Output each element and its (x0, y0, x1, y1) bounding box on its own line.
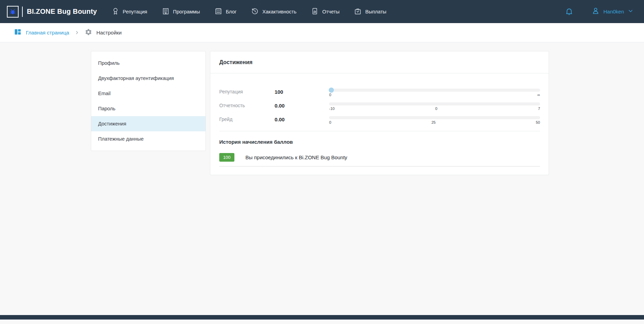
blog-icon (214, 7, 222, 16)
medal-icon (112, 7, 119, 16)
points-badge: 100 (219, 153, 234, 162)
history-title: История начисления баллов (219, 139, 540, 145)
stat-value: 0.00 (275, 103, 329, 109)
report-icon (311, 7, 319, 16)
footer-strip (0, 315, 644, 320)
main-menu: Репутация Программы (112, 7, 387, 16)
brand-logo[interactable]: BI.ZONE Bug Bounty (7, 6, 97, 18)
tick-min: -10 (329, 107, 335, 111)
bizone-logo-icon (7, 6, 19, 18)
slider-handle[interactable] (329, 88, 334, 93)
slider-ticks: 0 ∞ (329, 93, 540, 97)
nav-item-label: Блог (226, 9, 236, 14)
brand-divider (22, 7, 23, 17)
reputation-slider[interactable]: 0 ∞ (329, 89, 540, 97)
notifications-bell-icon[interactable] (565, 7, 573, 16)
tick-mid: 25 (431, 120, 435, 124)
nav-item-label: Хакактивность (262, 9, 296, 14)
panel-title: Достижения (219, 59, 253, 65)
chevron-down-icon (627, 8, 634, 16)
sidebar-item-2fa[interactable]: Двухфакторная аутентификация (91, 71, 205, 86)
stat-value: 100 (275, 89, 329, 95)
reporting-slider[interactable]: -10 0 7 (329, 102, 540, 111)
username-label: Han0ken (603, 9, 624, 14)
slider-track[interactable] (329, 89, 540, 92)
history-text: Вы присоединились к Bi.ZONE Bug Bounty (245, 154, 347, 160)
tick-mid: 0 (435, 107, 437, 111)
slider-ticks: -10 0 7 (329, 107, 540, 111)
nav-item-hackactivity[interactable]: Хакактивность (251, 7, 296, 16)
stat-row-reporting: Отчетность 0.00 -10 0 7 (219, 99, 540, 112)
tick-min: 0 (329, 93, 331, 97)
slider-track[interactable] (329, 116, 540, 119)
stat-row-reputation: Репутация 100 0 ∞ (219, 85, 540, 99)
history-icon (251, 7, 259, 16)
stat-row-grade: Грейд 0.00 0 25 50 (219, 112, 540, 126)
sidebar-item-email[interactable]: Email (91, 86, 205, 101)
breadcrumb-current-label: Настройки (96, 30, 122, 36)
breadcrumb: Главная страница Настройки (0, 23, 644, 42)
achievements-panel: Достижения Репутация 100 0 ∞ (210, 51, 549, 175)
sidebar-item-achievements[interactable]: Достижения (91, 116, 205, 131)
nav-item-programs[interactable]: Программы (162, 7, 200, 16)
nav-item-reports[interactable]: Отчеты (311, 7, 339, 16)
sidebar-item-password[interactable]: Пароль (91, 101, 205, 116)
nav-item-blog[interactable]: Блог (214, 7, 236, 16)
history-row: 100 Вы присоединились к Bi.ZONE Bug Boun… (219, 153, 540, 166)
grade-slider[interactable]: 0 25 50 (329, 116, 540, 124)
slider-ticks: 0 25 50 (329, 120, 540, 124)
tick-max: 50 (536, 120, 540, 124)
breadcrumb-home-link[interactable]: Главная страница (14, 28, 69, 37)
tick-max: 7 (538, 107, 540, 111)
nav-item-payments[interactable]: Выплаты (354, 7, 386, 16)
slider-track[interactable] (329, 102, 540, 105)
stats-section: Репутация 100 0 ∞ Отчетность 0.00 (210, 73, 549, 126)
stat-label: Отчетность (219, 103, 275, 108)
building-icon (162, 7, 170, 16)
sidebar-item-profile[interactable]: Профиль (91, 55, 205, 71)
stat-label: Грейд (219, 117, 275, 122)
gear-icon (85, 28, 92, 37)
nav-item-reputation[interactable]: Репутация (112, 7, 147, 16)
page: BI.ZONE Bug Bounty Репутация (0, 0, 644, 324)
user-menu[interactable]: Han0ken (591, 7, 634, 17)
stat-label: Репутация (219, 89, 275, 94)
settings-sidebar: Профиль Двухфакторная аутентификация Ema… (91, 51, 206, 151)
sidebar-item-payment-details[interactable]: Платежные данные (91, 131, 205, 146)
nav-item-label: Выплаты (365, 9, 386, 14)
tick-min: 0 (329, 120, 331, 124)
breadcrumb-home-label: Главная страница (26, 30, 69, 36)
nav-item-label: Программы (173, 9, 200, 14)
section-divider (219, 131, 540, 131)
panel-header: Достижения (210, 51, 549, 73)
chevron-right-icon (75, 30, 79, 35)
nav-item-label: Репутация (123, 9, 147, 14)
user-icon (591, 7, 600, 17)
brand-title: BI.ZONE Bug Bounty (27, 8, 97, 16)
topbar-right: Han0ken (565, 7, 634, 17)
tick-max: ∞ (537, 93, 540, 97)
stat-value: 0.00 (275, 117, 329, 122)
breadcrumb-current: Настройки (85, 28, 122, 37)
payments-icon (354, 7, 362, 16)
nav-item-label: Отчеты (322, 9, 339, 14)
content-area: Профиль Двухфакторная аутентификация Ema… (0, 42, 644, 320)
dashboard-icon (14, 28, 22, 37)
top-navbar: BI.ZONE Bug Bounty Репутация (0, 0, 644, 23)
